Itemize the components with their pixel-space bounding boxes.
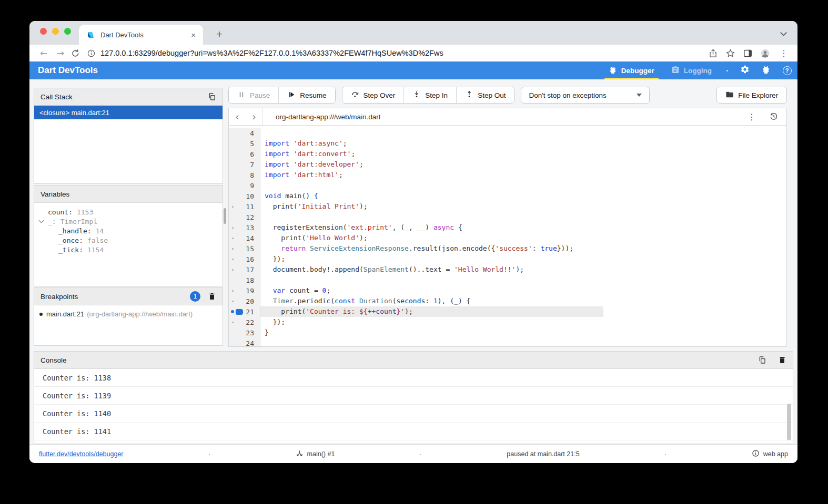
url-text[interactable]: 127.0.0.1:63299/debugger?uri=ws%3A%2F%2F… xyxy=(100,49,443,57)
code-editor[interactable]: 45import 'dart:async';6import 'dart:conv… xyxy=(229,126,786,346)
gutter-cell[interactable]: 9 xyxy=(229,180,260,191)
code-line[interactable]: 7import 'dart:developer'; xyxy=(229,159,786,170)
code-line[interactable]: 24 xyxy=(229,338,786,347)
reload-button[interactable] xyxy=(70,48,80,58)
history-icon[interactable] xyxy=(770,112,778,121)
line-number: 6 xyxy=(250,150,254,158)
code-line[interactable]: 19 var count = 0; xyxy=(229,285,786,296)
help-button[interactable]: ? xyxy=(776,61,797,79)
copy-button[interactable] xyxy=(208,92,216,101)
gutter-cell[interactable]: 21 xyxy=(229,306,260,317)
code-line[interactable]: 23} xyxy=(229,327,786,338)
code-line[interactable]: 17 document.body!.append(SpanElement()..… xyxy=(229,264,786,275)
address-box[interactable]: 127.0.0.1:63299/debugger?uri=ws%3A%2F%2F… xyxy=(84,49,701,58)
gutter-cell[interactable]: 10 xyxy=(229,191,260,201)
browser-tab[interactable]: Dart DevTools × xyxy=(79,25,203,45)
panel-splitter-handle[interactable] xyxy=(224,208,226,224)
code-line[interactable]: 14 print('Hello World'); xyxy=(229,233,786,243)
browser-menu-button[interactable]: ⋮ xyxy=(777,48,790,58)
code-line[interactable]: 22 }); xyxy=(229,317,786,327)
gutter-cell[interactable]: 8 xyxy=(229,170,260,180)
share-button[interactable] xyxy=(708,48,718,58)
code-line[interactable]: 4 xyxy=(229,128,786,138)
browser-window: Dart DevTools × + ← → 127.0.0.1:63299/de… xyxy=(29,21,797,463)
site-info-icon[interactable] xyxy=(87,49,96,58)
code-line[interactable]: 10void main() { xyxy=(229,191,786,201)
forward-button[interactable]: → xyxy=(54,48,67,58)
variable-row[interactable]: count:1153 xyxy=(34,207,223,217)
delete-all-breakpoints-button[interactable] xyxy=(208,292,216,301)
code-line[interactable]: 21 print('Counter is: ${++count}'); xyxy=(229,306,786,317)
code-line[interactable]: 18 xyxy=(229,275,786,285)
new-tab-button[interactable]: + xyxy=(211,26,227,42)
code-line[interactable]: 8import 'dart:html'; xyxy=(229,170,786,180)
code-text xyxy=(260,180,786,191)
file-explorer-button[interactable]: File Explorer xyxy=(717,87,786,103)
gutter-cell[interactable]: 12 xyxy=(229,212,260,222)
variable-row[interactable]: _tick:1154 xyxy=(34,245,223,254)
step-out-button[interactable]: Step Out xyxy=(456,87,514,103)
isolate-selector[interactable]: main() #1 xyxy=(296,449,335,459)
code-text xyxy=(260,338,786,347)
back-button[interactable]: ← xyxy=(37,48,51,58)
code-line[interactable]: 6import 'dart:convert'; xyxy=(229,149,786,159)
gutter-cell[interactable]: 4 xyxy=(229,128,260,138)
tab-debugger[interactable]: Debugger xyxy=(600,61,663,79)
profile-avatar[interactable] xyxy=(760,48,770,58)
gutter-cell[interactable]: 18 xyxy=(229,275,260,285)
bookmark-star-button[interactable] xyxy=(725,48,735,58)
exceptions-dropdown[interactable]: Don't stop on exceptions xyxy=(521,87,650,104)
variable-row[interactable]: _once:false xyxy=(34,235,223,245)
window-minimize-button[interactable] xyxy=(52,28,59,35)
code-line[interactable]: 12 xyxy=(229,212,786,222)
sidebar-toggle-button[interactable] xyxy=(743,48,753,58)
code-line[interactable]: 9 xyxy=(229,180,786,191)
step-over-button[interactable]: Step Over xyxy=(342,87,404,103)
code-line[interactable]: 20 Timer.periodic(const Duration(seconds… xyxy=(229,296,786,306)
report-bug-button[interactable] xyxy=(755,61,776,79)
breakpoint-item[interactable]: main.dart:21(org-dartlang-app:///web/mai… xyxy=(39,310,217,318)
devtools-docs-link[interactable]: flutter.dev/devtools/debugger xyxy=(39,450,124,458)
variable-row[interactable]: _:TimerImpl xyxy=(34,217,223,226)
tab-close-button[interactable]: × xyxy=(189,30,198,39)
window-close-button[interactable] xyxy=(40,28,47,35)
gutter-cell[interactable]: 16 xyxy=(229,254,260,264)
console-output[interactable]: Counter is: 1138Counter is: 1139Counter … xyxy=(34,369,793,444)
tab-logging[interactable]: Logging xyxy=(663,61,720,79)
gutter-cell[interactable]: 22 xyxy=(229,317,260,327)
pause-button[interactable]: Pause xyxy=(229,87,278,103)
gutter-cell[interactable]: 19 xyxy=(229,285,260,296)
code-line[interactable]: 15 return ServiceExtensionResponse.resul… xyxy=(229,243,786,254)
resume-button[interactable]: Resume xyxy=(278,87,335,103)
window-zoom-button[interactable] xyxy=(64,28,71,35)
gutter-cell[interactable]: 17 xyxy=(229,264,260,275)
console-copy-button[interactable] xyxy=(758,356,766,364)
code-menu-button[interactable]: ⋮ xyxy=(745,112,758,122)
console-clear-button[interactable] xyxy=(778,356,786,364)
call-stack-frame[interactable]: <closure> main.dart:21 xyxy=(34,106,223,119)
tab-search-chevron-down-icon[interactable] xyxy=(780,29,787,36)
gutter-cell[interactable]: 24 xyxy=(229,338,260,347)
history-forward-button[interactable]: › xyxy=(246,111,262,122)
gutter-cell[interactable]: 11 xyxy=(229,201,260,212)
history-back-button[interactable]: ‹ xyxy=(229,111,246,122)
gutter-cell[interactable]: 20 xyxy=(229,296,260,306)
code-line[interactable]: 16 }); xyxy=(229,254,786,264)
gutter-cell[interactable]: 7 xyxy=(229,159,260,170)
step-in-button[interactable]: Step In xyxy=(403,87,456,103)
console-scrollbar[interactable] xyxy=(787,404,791,440)
gutter-cell[interactable]: 13 xyxy=(229,222,260,233)
gutter-cell[interactable]: 5 xyxy=(229,138,260,149)
gutter-cell[interactable]: 15 xyxy=(229,243,260,254)
settings-button[interactable] xyxy=(734,61,755,79)
line-number: 21 xyxy=(246,308,254,316)
code-line[interactable]: 5import 'dart:async'; xyxy=(229,138,786,149)
gutter-cell[interactable]: 6 xyxy=(229,149,260,159)
breakpoint-dot-icon[interactable] xyxy=(231,310,234,313)
chevron-down-icon[interactable] xyxy=(39,218,44,223)
gutter-cell[interactable]: 23 xyxy=(229,327,260,338)
code-line[interactable]: 11 print('Initial Print'); xyxy=(229,201,786,212)
variable-row[interactable]: _handle:14 xyxy=(34,226,223,235)
gutter-cell[interactable]: 14 xyxy=(229,233,260,243)
code-line[interactable]: 13 registerExtension('ext.print', (_, __… xyxy=(229,222,786,233)
